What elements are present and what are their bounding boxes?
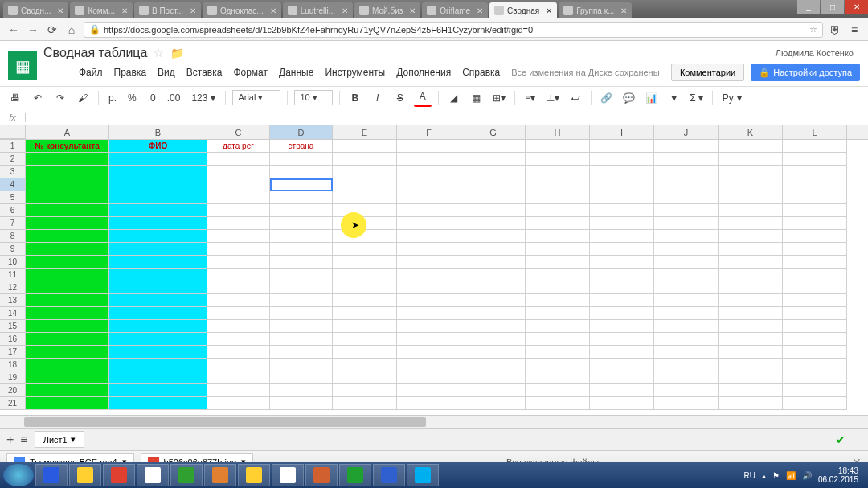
cell[interactable] — [207, 281, 270, 294]
row-header[interactable]: 9 — [0, 243, 26, 256]
cell[interactable] — [783, 178, 847, 191]
cell[interactable]: № консультанта — [26, 140, 109, 153]
taskbar-app[interactable] — [35, 464, 68, 486]
filter-icon[interactable]: ▼ — [665, 89, 683, 107]
taskbar-app[interactable] — [170, 464, 203, 486]
cell[interactable] — [461, 346, 526, 359]
row-header[interactable]: 18 — [0, 359, 26, 371]
cell[interactable] — [719, 294, 783, 307]
cell[interactable] — [207, 204, 270, 217]
tray-lang[interactable]: RU — [743, 471, 755, 480]
cell[interactable] — [526, 359, 590, 371]
link-icon[interactable]: 🔗 — [598, 89, 616, 107]
tray-flag-icon[interactable]: ⚑ — [772, 471, 780, 480]
cell[interactable] — [654, 320, 719, 333]
cell[interactable] — [526, 217, 590, 230]
column-header[interactable]: F — [397, 125, 461, 139]
cell[interactable] — [654, 307, 719, 320]
cell[interactable] — [526, 178, 590, 191]
cell[interactable] — [783, 307, 847, 320]
browser-tab[interactable]: Сводная✕ — [489, 2, 557, 18]
cell[interactable] — [654, 384, 719, 397]
cell[interactable] — [333, 307, 397, 320]
cell[interactable] — [26, 281, 109, 294]
cell[interactable] — [719, 371, 783, 384]
cell[interactable] — [397, 269, 461, 281]
cell[interactable] — [719, 230, 783, 243]
column-header[interactable]: B — [109, 125, 207, 139]
cell[interactable] — [109, 384, 207, 397]
cell[interactable] — [270, 204, 333, 217]
cell[interactable] — [783, 217, 847, 230]
cell[interactable] — [207, 178, 270, 191]
cell[interactable] — [109, 191, 207, 204]
cell[interactable] — [207, 256, 270, 269]
cell[interactable] — [397, 294, 461, 307]
cell[interactable] — [590, 346, 654, 359]
cell[interactable] — [109, 307, 207, 320]
cell[interactable] — [270, 294, 333, 307]
tab-close-icon[interactable]: ✕ — [342, 6, 348, 15]
browser-tab[interactable]: Группа к...✕ — [559, 2, 632, 18]
user-name[interactable]: Людмила Костенко — [776, 48, 860, 58]
cell[interactable] — [654, 294, 719, 307]
cell[interactable] — [109, 230, 207, 243]
cell[interactable] — [207, 359, 270, 371]
add-sheet-button[interactable]: + — [6, 433, 14, 447]
cell[interactable] — [270, 333, 333, 346]
input-tools[interactable]: Ру ▾ — [719, 92, 745, 104]
cell[interactable] — [654, 243, 719, 256]
horizontal-scrollbar[interactable] — [0, 415, 868, 428]
taskbar-app[interactable] — [238, 464, 270, 486]
fill-color-icon[interactable]: ◢ — [445, 89, 463, 107]
cell[interactable] — [783, 333, 847, 346]
cell[interactable] — [207, 294, 270, 307]
cell[interactable] — [719, 166, 783, 178]
cell[interactable] — [26, 397, 109, 410]
cell[interactable] — [109, 359, 207, 371]
cell[interactable] — [590, 256, 654, 269]
paint-format-icon[interactable]: 🖌 — [74, 89, 92, 107]
cell[interactable] — [783, 153, 847, 166]
cell[interactable] — [397, 346, 461, 359]
cell[interactable] — [654, 333, 719, 346]
cell[interactable] — [270, 217, 333, 230]
cell[interactable] — [719, 243, 783, 256]
folder-icon[interactable]: 📁 — [170, 47, 184, 59]
wrap-icon[interactable]: ⮐ — [567, 89, 584, 107]
cell[interactable] — [333, 371, 397, 384]
cell[interactable] — [654, 230, 719, 243]
cell[interactable] — [397, 178, 461, 191]
cell[interactable] — [526, 397, 590, 410]
borders-icon[interactable]: ▦ — [468, 89, 485, 107]
cell[interactable] — [719, 333, 783, 346]
cell[interactable] — [333, 178, 397, 191]
cell[interactable] — [526, 333, 590, 346]
currency-format[interactable]: р. — [105, 92, 120, 104]
menu-item[interactable]: Инструменты — [325, 67, 385, 78]
cell[interactable] — [719, 153, 783, 166]
cell[interactable] — [26, 230, 109, 243]
cell[interactable] — [654, 178, 719, 191]
column-header[interactable]: C — [207, 125, 270, 139]
cell[interactable] — [109, 333, 207, 346]
cell[interactable] — [461, 191, 526, 204]
cell[interactable] — [333, 140, 397, 153]
cell[interactable] — [109, 371, 207, 384]
cell[interactable] — [26, 217, 109, 230]
tab-close-icon[interactable]: ✕ — [121, 6, 128, 15]
taskbar-app[interactable] — [204, 464, 236, 486]
halign-icon[interactable]: ≡▾ — [522, 89, 539, 107]
cell[interactable] — [207, 166, 270, 178]
cell[interactable] — [526, 153, 590, 166]
cell[interactable] — [461, 359, 526, 371]
cell[interactable] — [397, 191, 461, 204]
scroll-thumb[interactable] — [24, 417, 426, 427]
cell[interactable] — [590, 166, 654, 178]
cell[interactable] — [719, 191, 783, 204]
cell[interactable] — [397, 256, 461, 269]
cell[interactable] — [397, 397, 461, 410]
cell[interactable] — [461, 166, 526, 178]
functions-icon[interactable]: Σ ▾ — [688, 89, 706, 107]
cell[interactable] — [783, 140, 847, 153]
